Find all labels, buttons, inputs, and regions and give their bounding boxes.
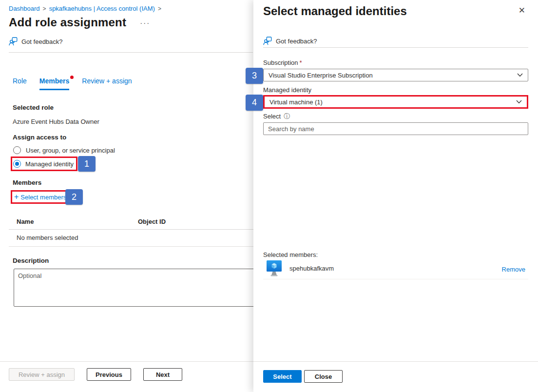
breadcrumb-separator: > — [158, 5, 161, 12]
plus-icon: + — [14, 193, 19, 201]
radio-unselected-icon — [13, 146, 21, 154]
table-header-object-id: Object ID — [138, 218, 166, 225]
panel-footer-divider — [253, 361, 538, 362]
got-feedback-button[interactable]: Got feedback? — [9, 37, 63, 46]
close-icon[interactable]: ✕ — [519, 6, 525, 15]
members-heading: Members — [13, 179, 41, 186]
select-field-label: Select ⓘ — [263, 113, 290, 120]
managed-identity-dropdown-value: Virtual machine (1) — [269, 98, 323, 106]
review-assign-button[interactable]: Review + assign — [9, 368, 75, 381]
command-bar-divider — [9, 52, 253, 53]
select-members-label: Select members — [20, 194, 66, 201]
subscription-label-text: Subscription — [263, 59, 298, 66]
tab-members-label: Members — [39, 77, 69, 85]
member-row-divider — [263, 279, 528, 279]
unsaved-changes-dot — [70, 76, 74, 79]
subscription-dropdown-value: Visual Studio Enterprise Subscription — [269, 72, 373, 79]
panel-close-button[interactable]: Close — [304, 370, 343, 383]
selected-member-name: spehubkafkavm — [289, 265, 334, 272]
description-heading: Description — [13, 257, 49, 264]
more-menu-icon[interactable]: ··· — [140, 19, 150, 27]
table-empty-row: No members selected — [17, 234, 78, 241]
azure-portal-screen: Dashboard>spkafkaehubns | Access control… — [0, 0, 538, 392]
panel-got-feedback-button[interactable]: Got feedback? — [263, 37, 317, 45]
search-by-name-input[interactable] — [263, 122, 528, 135]
chevron-down-icon — [516, 100, 522, 104]
tab-role[interactable]: Role — [13, 77, 27, 90]
previous-button[interactable]: Previous — [87, 368, 131, 381]
feedback-icon — [263, 37, 272, 45]
page-title: Add role assignment — [9, 16, 126, 29]
select-members-link[interactable]: + Select members — [14, 193, 66, 201]
selected-members-label: Selected members: — [263, 251, 318, 258]
virtual-machine-icon — [266, 260, 282, 279]
select-label-text: Select — [263, 113, 281, 120]
annotation-badge-3: 3 — [246, 68, 263, 84]
radio-user-group-label: User, group, or service principal — [26, 147, 115, 154]
subscription-dropdown[interactable]: Visual Studio Enterprise Subscription — [263, 69, 528, 81]
remove-member-link[interactable]: Remove — [502, 266, 525, 273]
radio-managed-identity-label[interactable]: Managed identity — [25, 160, 74, 168]
tab-members[interactable]: Members — [39, 77, 69, 90]
table-header-name: Name — [17, 218, 34, 225]
assign-access-to-heading: Assign access to — [13, 134, 66, 141]
required-asterisk: * — [300, 59, 302, 66]
panel-divider — [263, 47, 528, 48]
annotation-badge-4: 4 — [246, 95, 263, 111]
panel-got-feedback-label: Got feedback? — [276, 38, 317, 45]
annotation-badge-2: 2 — [65, 189, 83, 205]
next-button[interactable]: Next — [143, 368, 182, 381]
breadcrumb-link-dashboard[interactable]: Dashboard — [9, 5, 40, 12]
feedback-icon — [9, 37, 18, 46]
breadcrumb-link-resource-iam[interactable]: spkafkaehubns | Access control (IAM) — [49, 5, 155, 12]
radio-user-group-service-principal[interactable]: User, group, or service principal — [13, 146, 115, 154]
selected-role-heading: Selected role — [13, 104, 54, 111]
info-icon[interactable]: ⓘ — [284, 113, 290, 119]
breadcrumb: Dashboard>spkafkaehubns | Access control… — [9, 5, 164, 12]
panel-select-button[interactable]: Select — [263, 370, 302, 383]
select-managed-identities-panel: Select managed identities ✕ Got feedback… — [253, 0, 538, 392]
chevron-down-icon — [517, 73, 523, 77]
page-header: Add role assignment ··· — [9, 16, 150, 29]
subscription-label: Subscription* — [263, 59, 302, 66]
managed-identity-highlight-box: Managed identity — [11, 157, 77, 171]
selected-role-value: Azure Event Hubs Data Owner — [13, 118, 99, 125]
managed-identity-dropdown[interactable]: Virtual machine (1) — [263, 95, 528, 109]
annotation-badge-1: 1 — [78, 156, 96, 172]
select-members-highlight-box: + Select members — [11, 190, 67, 204]
tab-bar: Role Members Review + assign — [13, 77, 145, 90]
got-feedback-label: Got feedback? — [21, 38, 63, 45]
radio-selected-icon[interactable] — [13, 160, 21, 168]
breadcrumb-separator: > — [43, 5, 46, 12]
tab-review-assign[interactable]: Review + assign — [82, 77, 132, 90]
managed-identity-label: Managed identity — [263, 86, 311, 94]
panel-title: Select managed identities — [263, 4, 407, 18]
